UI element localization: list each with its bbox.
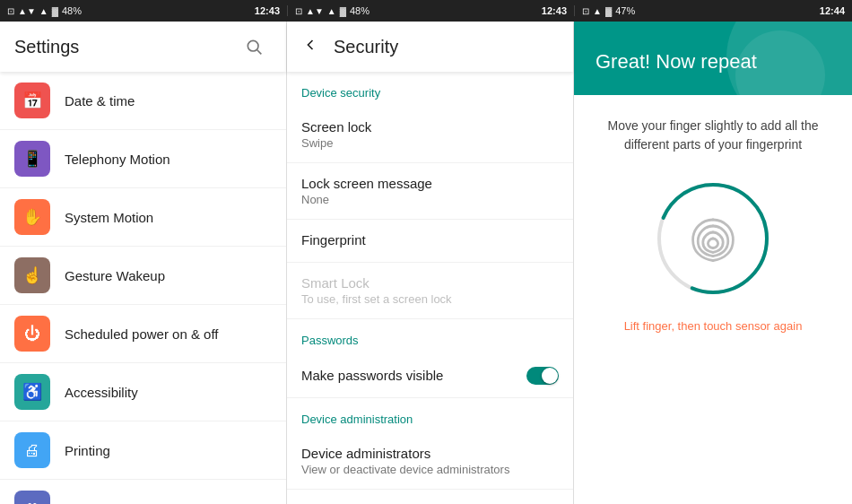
printing-icon: 🖨: [14, 432, 50, 468]
gesture-wakeup-icon: ☝: [14, 257, 50, 293]
scheduled-power-icon: ⏻: [14, 316, 50, 352]
settings-header: Settings: [0, 22, 286, 72]
security-title: Security: [334, 37, 398, 57]
security-list: Device security Screen lock Swipe Lock s…: [287, 72, 573, 504]
time-right: 12:44: [820, 5, 845, 16]
settings-list: 📅 Date & time 📱 Telephony Motion ✋ Syste…: [0, 72, 286, 504]
signal-icon-mid: ▲▼: [306, 6, 324, 16]
battery-icon-right: ▓: [605, 6, 612, 16]
lock-screen-message-title: Lock screen message: [301, 176, 559, 191]
security-panel: Security Device security Screen lock Swi…: [287, 22, 574, 504]
search-icon: [245, 38, 263, 56]
main-content: Settings 📅 Date & time 📱 Telephony Motio…: [0, 22, 852, 504]
telephony-motion-label: Telephony Motion: [65, 152, 170, 167]
back-button[interactable]: [301, 36, 319, 58]
sidebar-item-accessibility[interactable]: ♿ Accessibility: [0, 363, 286, 421]
sidebar-item-developer-options[interactable]: {} Developer options: [0, 480, 286, 504]
battery-icon-mid: ▓: [340, 6, 346, 16]
gesture-wakeup-label: Gesture Wakeup: [65, 268, 165, 283]
back-icon: [301, 36, 319, 54]
device-security-header: Device security: [287, 72, 573, 107]
settings-panel: Settings 📅 Date & time 📱 Telephony Motio…: [0, 22, 287, 504]
battery-percent-left: 48%: [62, 5, 82, 16]
fingerprint-panel-title: Great! Now repeat: [596, 50, 830, 74]
fingerprint-header: Great! Now repeat: [574, 22, 852, 95]
fingerprint-body: Move your finger slightly to add all the…: [574, 95, 852, 504]
system-motion-icon: ✋: [14, 199, 50, 235]
time-mid: 12:43: [542, 5, 567, 16]
telephony-motion-icon: 📱: [14, 141, 50, 177]
smart-lock-subtitle: To use, first set a screen lock: [301, 292, 559, 306]
sidebar-item-date-time[interactable]: 📅 Date & time: [0, 72, 286, 130]
device-administration-header: Device administration: [287, 398, 573, 433]
battery-percent-right: 47%: [615, 5, 635, 16]
unknown-sources-item[interactable]: Unknown sources Allow installation of ap…: [287, 490, 573, 504]
screen-lock-subtitle: Swipe: [301, 136, 559, 150]
sidebar-item-telephony-motion[interactable]: 📱 Telephony Motion: [0, 130, 286, 188]
fingerprint-svg-icon: [682, 207, 744, 270]
search-button[interactable]: [236, 29, 272, 65]
fingerprint-hint: Lift finger, then touch sensor again: [624, 319, 803, 333]
svg-line-1: [257, 50, 262, 55]
settings-title: Settings: [14, 37, 236, 57]
screen-lock-title: Screen lock: [301, 119, 559, 135]
passwords-header: Passwords: [287, 319, 573, 354]
signal-icon-left: ▲▼: [18, 6, 36, 16]
lock-screen-message-subtitle: None: [301, 193, 559, 206]
fingerprint-description: Move your finger slightly to add all the…: [596, 117, 830, 154]
printing-label: Printing: [65, 443, 110, 458]
smart-lock-item: Smart Lock To use, first set a screen lo…: [287, 263, 573, 319]
sidebar-item-system-motion[interactable]: ✋ System Motion: [0, 188, 286, 247]
make-passwords-visible-item[interactable]: Make passwords visible: [287, 354, 573, 398]
fingerprint-title: Fingerprint: [301, 232, 559, 248]
wifi-icon-right: ▲: [593, 6, 602, 16]
status-bar-right: ⊡ ▲ ▓ 47% 12:44: [574, 5, 852, 16]
sidebar-item-scheduled-power[interactable]: ⏻ Scheduled power on & off: [0, 305, 286, 363]
device-administrators-item[interactable]: Device administrators View or deactivate…: [287, 433, 573, 490]
system-motion-label: System Motion: [65, 210, 153, 225]
screen-lock-item[interactable]: Screen lock Swipe: [287, 107, 573, 163]
make-passwords-visible-title: Make passwords visible: [301, 368, 443, 383]
device-administrators-title: Device administrators: [301, 446, 559, 461]
status-bar-middle: ⊡ ▲▼ ▲ ▓ 48% 12:43: [287, 5, 574, 16]
notification-icon-mid: ⊡: [295, 6, 302, 16]
device-administrators-subtitle: View or deactivate device administrators: [301, 463, 559, 476]
sidebar-item-gesture-wakeup[interactable]: ☝ Gesture Wakeup: [0, 247, 286, 305]
sidebar-item-printing[interactable]: 🖨 Printing: [0, 421, 286, 480]
accessibility-icon: ♿: [14, 374, 50, 410]
developer-options-label: Developer options: [65, 501, 173, 505]
battery-percent-mid: 48%: [350, 5, 369, 16]
time-left: 12:43: [255, 5, 280, 16]
status-bar-left: ⊡ ▲▼ ▲ ▓ 48% 12:43: [0, 5, 287, 16]
lock-screen-message-item[interactable]: Lock screen message None: [287, 163, 573, 220]
battery-icon-left: ▓: [52, 6, 58, 16]
svg-point-0: [248, 40, 258, 51]
accessibility-label: Accessibility: [65, 385, 138, 400]
date-time-label: Date & time: [65, 93, 135, 109]
wifi-icon-mid: ▲: [327, 6, 336, 16]
scheduled-power-label: Scheduled power on & off: [65, 326, 219, 342]
notification-icon-right: ⊡: [582, 6, 589, 16]
date-time-icon: 📅: [14, 83, 50, 118]
fingerprint-item[interactable]: Fingerprint: [287, 220, 573, 263]
passwords-visible-toggle[interactable]: [526, 367, 559, 385]
wifi-icon-left: ▲: [39, 6, 48, 16]
smart-lock-title: Smart Lock: [301, 275, 559, 291]
notification-icon-left: ⊡: [7, 6, 14, 16]
developer-options-icon: {}: [14, 491, 50, 504]
fingerprint-circle: [650, 176, 776, 301]
fingerprint-panel: Great! Now repeat Move your finger sligh…: [574, 22, 852, 504]
security-header: Security: [287, 22, 573, 72]
